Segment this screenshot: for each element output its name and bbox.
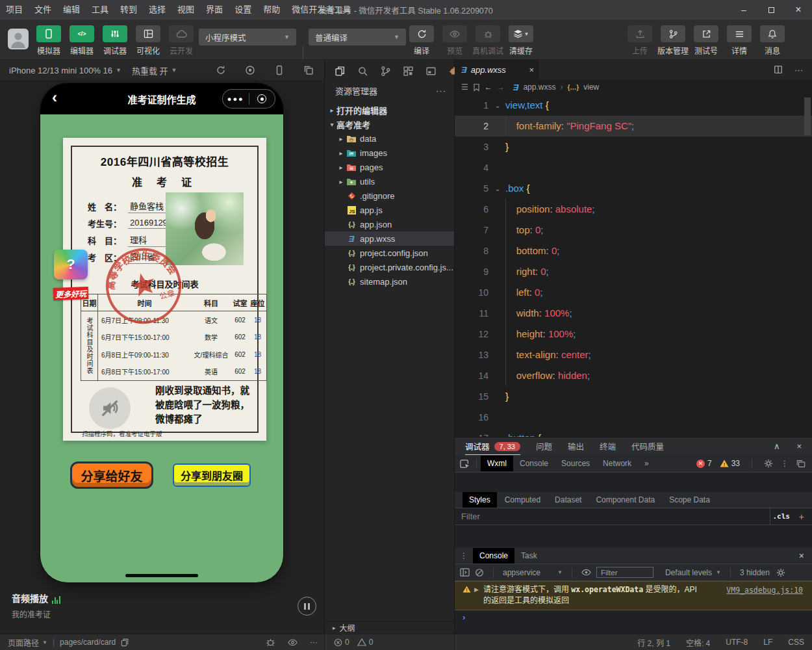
new-rule-icon[interactable]: + [799, 512, 804, 522]
forward-icon[interactable]: → [497, 83, 505, 92]
styles-tab-Component Data[interactable]: Component Data [589, 492, 661, 508]
error-count[interactable]: ✕ 7 [696, 459, 712, 468]
code-line-9[interactable]: 9 right: 0; [455, 261, 812, 282]
breadcrumb-symbol[interactable]: view [583, 83, 599, 92]
code-line-7[interactable]: 7 top: 0; [455, 220, 812, 240]
console-tab-Console[interactable]: Console [473, 548, 514, 564]
extensions-icon[interactable] [403, 66, 414, 77]
code-line-14[interactable]: 14 overflow: hidden; [455, 365, 812, 386]
code-line-4[interactable]: 4 [455, 157, 812, 178]
menu-转到[interactable]: 转到 [114, 0, 143, 20]
devtools-tab-Console[interactable]: Console [513, 456, 555, 471]
close-panel-icon[interactable]: × [796, 441, 802, 451]
code-line-1[interactable]: 1⌄view,text { [455, 95, 812, 116]
kebab-menu-icon[interactable]: ⋮ [781, 459, 789, 468]
close-tab-icon[interactable]: × [529, 65, 534, 75]
muted-speaker-icon[interactable] [89, 387, 131, 429]
console-settings-icon[interactable] [776, 568, 785, 577]
more-icon[interactable]: ··· [310, 638, 318, 647]
collapse-icon[interactable]: ∧ [774, 441, 780, 451]
wxml-tree-area[interactable] [455, 473, 812, 492]
tree-item-app.wxss[interactable]: Ǝ app.wxss [325, 231, 454, 246]
close-icon[interactable]: × [785, 0, 812, 20]
toolbar-调试器-button[interactable]: 调试器 [100, 20, 130, 56]
code-line-10[interactable]: 10 left: 0; [455, 282, 812, 303]
context-select[interactable]: appservice ▼ [503, 568, 563, 577]
outline-section[interactable]: ▸ 大纲 [325, 621, 454, 634]
source-link[interactable]: VM9_asdebug.js:10 [726, 585, 803, 596]
search-icon[interactable] [357, 66, 368, 77]
console-sidebar-icon[interactable] [460, 568, 470, 577]
breadcrumb-file[interactable]: app.wxss [523, 83, 555, 92]
toolbar-可视化-button[interactable]: 可视化 [133, 20, 163, 56]
tree-item-打开的编辑器[interactable]: ▸ 打开的编辑器 [325, 103, 454, 117]
toolbar-详情-button[interactable]: 详情 [724, 20, 754, 56]
menu-工具[interactable]: 工具 [86, 0, 114, 20]
toolbar-编辑器-button[interactable]: </> 编辑器 [67, 20, 97, 56]
styles-tab-Computed[interactable]: Computed [498, 492, 547, 508]
dock-icon[interactable] [796, 460, 806, 468]
record-icon[interactable] [245, 65, 255, 75]
fold-icon[interactable]: ⌄ [491, 95, 504, 116]
cls-toggle[interactable]: .cls [773, 512, 791, 521]
tree-item-utils[interactable]: ▸ utils [325, 174, 454, 188]
levels-select[interactable]: Default levels ▼ [665, 568, 721, 577]
devtools-tab-Wxml[interactable]: Wxml [481, 456, 513, 471]
code-editor[interactable]: 1⌄view,text {2 font-family: "PingFang SC… [455, 95, 812, 437]
console-tab-Task[interactable]: Task [514, 548, 544, 564]
styles-filter-input[interactable]: Filter [455, 508, 770, 525]
tree-item-images[interactable]: ▸ images [325, 146, 454, 160]
panel-tab-终端[interactable]: 终端 [600, 437, 616, 455]
tree-item-高考准考[interactable]: ▾ 高考准考 [325, 117, 454, 131]
code-line-6[interactable]: 6 position: absolute; [455, 199, 812, 220]
language-mode[interactable]: CSS [788, 638, 804, 647]
cursor-position[interactable]: 行 2, 列 1 [637, 637, 670, 648]
fold-icon[interactable]: ⌄ [491, 178, 504, 199]
toolbar-清缓存-button[interactable]: ▼ 清缓存 [506, 20, 536, 56]
bookmark-icon[interactable] [473, 83, 480, 92]
code-line-12[interactable]: 12 height: 100%; [455, 324, 812, 344]
hot-reload-toggle[interactable]: 热重载 开▼ [131, 60, 186, 81]
eye-icon[interactable] [581, 569, 591, 576]
menu-设置[interactable]: 设置 [229, 0, 257, 20]
remote-window-icon[interactable] [425, 66, 437, 77]
back-icon[interactable]: ‹ [52, 88, 57, 107]
code-line-16[interactable]: 16 [455, 407, 812, 428]
ad-widget[interactable]: ? 更多好玩 [49, 250, 92, 300]
tree-item-pages[interactable]: ▸ pages [325, 160, 454, 174]
menu-项目[interactable]: 项目 [0, 0, 29, 20]
share-friend-button[interactable]: 分享给好友 [70, 462, 153, 489]
console-warning-message[interactable]: ! ▶ 请注意游客模式下，调用 wx.operateWXData 是受限的，AP… [455, 581, 812, 610]
console-prompt[interactable]: › [455, 610, 812, 623]
maximize-icon[interactable] [757, 0, 785, 20]
styles-tab-Styles[interactable]: Styles [463, 492, 497, 508]
panel-tab-代码质量[interactable]: 代码质量 [631, 437, 664, 455]
toolbar-版本管理-button[interactable]: 版本管理 [658, 20, 688, 56]
tree-item-sitemap.json[interactable]: {..} sitemap.json [325, 274, 454, 289]
tree-item-.gitignore[interactable]: .gitignore [325, 188, 454, 203]
menu-选择[interactable]: 选择 [143, 0, 171, 20]
close-miniapp-icon[interactable] [249, 94, 275, 103]
refresh-icon[interactable] [216, 65, 226, 75]
styles-content-area[interactable] [455, 525, 812, 547]
menu-界面[interactable]: 界面 [200, 0, 229, 20]
files-icon[interactable] [335, 66, 346, 77]
gear-icon[interactable] [764, 459, 773, 468]
warning-count[interactable]: ! 33 [720, 459, 740, 468]
menu-视图[interactable]: 视图 [171, 0, 200, 20]
pause-button[interactable] [298, 597, 316, 616]
preview-eye-icon[interactable] [288, 639, 298, 646]
multi-window-icon[interactable] [303, 65, 314, 75]
statusbar-problems[interactable]: 0 0 [325, 634, 455, 650]
toolbar-编译-button[interactable]: 编译 [407, 20, 437, 56]
clear-console-icon[interactable] [475, 568, 484, 577]
code-line-3[interactable]: 3} [455, 136, 812, 157]
expand-arrow-icon[interactable]: ▶ [474, 584, 479, 595]
share-moments-button[interactable]: 分享到朋友圈 [173, 463, 251, 487]
panel-tab-调试器[interactable]: 调试器7, 33 [465, 437, 520, 455]
fold-icon[interactable]: ⌄ [491, 428, 504, 437]
editor-scrollbar[interactable] [804, 98, 811, 135]
devtools-tab-»[interactable]: » [638, 456, 655, 471]
devtools-tab-Sources[interactable]: Sources [555, 456, 596, 471]
source-control-icon[interactable] [380, 66, 391, 77]
